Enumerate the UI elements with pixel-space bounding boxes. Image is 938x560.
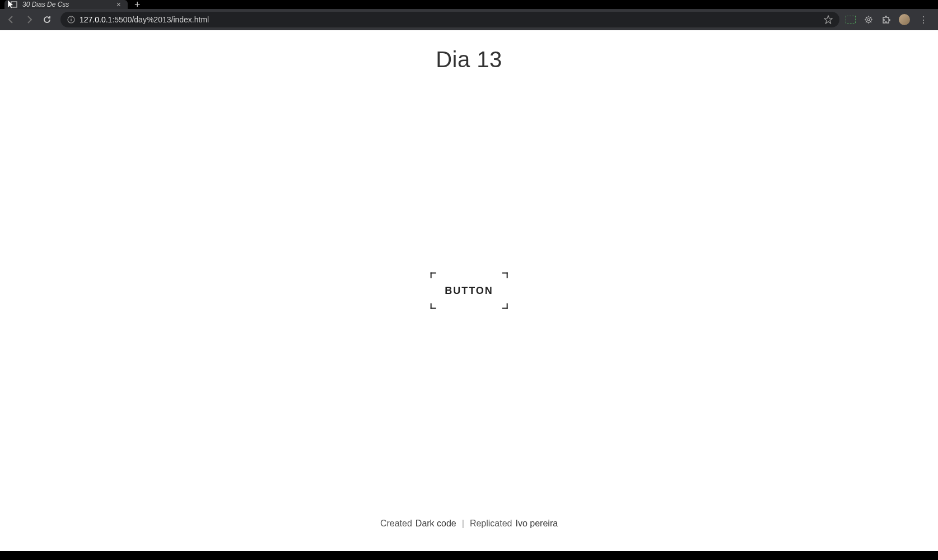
- extension-gear-icon[interactable]: [863, 14, 874, 25]
- footer: Created Dark code | Replicated Ivo perei…: [380, 519, 558, 529]
- tab-bar: 30 Dias De Css × +: [0, 0, 938, 9]
- url-port: :5500: [112, 15, 132, 24]
- footer-separator: |: [462, 519, 464, 529]
- footer-created-label: Created: [380, 519, 412, 529]
- site-info-icon[interactable]: [67, 16, 75, 24]
- bookmark-icon[interactable]: [824, 15, 833, 24]
- reload-button[interactable]: [39, 12, 55, 27]
- button-label: BUTTON: [445, 285, 493, 296]
- menu-icon[interactable]: ⋮: [917, 15, 930, 25]
- toolbar-right: ⋮: [845, 14, 935, 25]
- browser-tab[interactable]: 30 Dias De Css ×: [4, 0, 128, 9]
- forward-button[interactable]: [21, 12, 37, 27]
- browser-toolbar: 127.0.0.1:5500/day%2013/index.html ⋮: [0, 9, 938, 30]
- url-host: 127.0.0.1: [80, 15, 112, 24]
- extensions-icon[interactable]: [881, 14, 892, 25]
- corner-bl-icon: [430, 304, 436, 309]
- url-text: 127.0.0.1:5500/day%2013/index.html: [80, 15, 819, 24]
- button-container: BUTTON: [431, 274, 507, 308]
- browser-chrome: 30 Dias De Css × + 127.0.0.1:5500/day%20…: [0, 0, 938, 30]
- tab-favicon-icon: [10, 1, 18, 8]
- svg-point-3: [71, 17, 72, 18]
- footer-replicated-label: Replicated: [470, 519, 512, 529]
- tab-title: 30 Dias De Css: [22, 1, 111, 8]
- page-title: Dia 13: [436, 47, 502, 72]
- svg-rect-0: [11, 2, 17, 7]
- address-bar[interactable]: 127.0.0.1:5500/day%2013/index.html: [60, 12, 839, 27]
- svg-rect-4: [846, 16, 856, 24]
- corner-tl-icon: [430, 273, 436, 278]
- page-content: Dia 13 BUTTON Created Dark code | Replic…: [0, 30, 938, 551]
- svg-point-6: [867, 18, 870, 21]
- profile-avatar[interactable]: [899, 14, 910, 25]
- tab-close-icon[interactable]: ×: [115, 0, 122, 9]
- url-path: /day%2013/index.html: [132, 15, 209, 24]
- corner-tr-icon: [502, 273, 508, 278]
- demo-button[interactable]: BUTTON: [431, 274, 507, 308]
- extension-screen-icon[interactable]: [845, 14, 856, 25]
- footer-created-link[interactable]: Dark code: [416, 519, 456, 529]
- footer-replicated-link[interactable]: Ivo pereira: [516, 519, 558, 529]
- corner-br-icon: [502, 304, 508, 309]
- bottom-bar: [0, 551, 938, 560]
- back-button[interactable]: [3, 12, 19, 27]
